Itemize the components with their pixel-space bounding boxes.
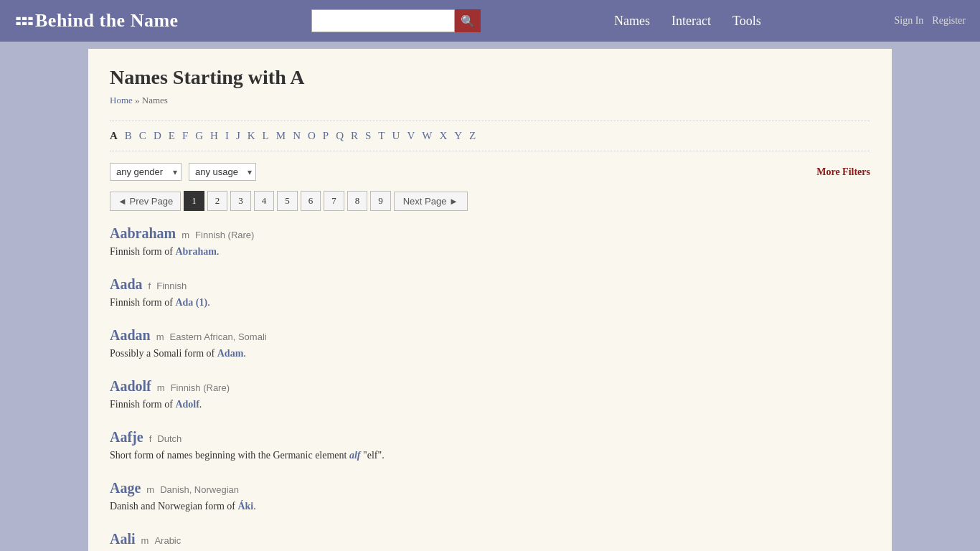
name-entry: AadafFinnishFinnish form of Ada (1). bbox=[110, 276, 870, 313]
name-link[interactable]: Adam bbox=[217, 348, 244, 359]
alpha-p[interactable]: P bbox=[323, 130, 329, 142]
page-button-6[interactable]: 6 bbox=[301, 191, 321, 211]
names-list: AabrahammFinnish (Rare)Finnish form of A… bbox=[110, 225, 870, 551]
gender-select-wrapper: any gender bbox=[110, 163, 182, 181]
name-usage: Finnish bbox=[156, 281, 187, 291]
page-button-7[interactable]: 7 bbox=[324, 191, 344, 211]
alpha-f[interactable]: F bbox=[182, 130, 188, 142]
pagination: ◄ Prev Page 123456789Next Page ► bbox=[110, 191, 870, 211]
search-button[interactable]: 🔍 bbox=[455, 9, 481, 32]
name-entry: AalimArabicMeans "high, lofty, sublime" … bbox=[110, 531, 870, 551]
name-header: AadanmEastern African, Somali bbox=[110, 327, 870, 344]
name-desc: Finnish form of Ada (1). bbox=[110, 295, 870, 310]
name-title[interactable]: Aada bbox=[110, 276, 143, 293]
alpha-g[interactable]: G bbox=[195, 130, 203, 142]
nav-interact[interactable]: Interact bbox=[672, 14, 711, 29]
page-button-4[interactable]: 4 bbox=[254, 191, 275, 211]
name-link[interactable]: Abraham bbox=[175, 246, 217, 257]
name-title[interactable]: Aafje bbox=[110, 429, 143, 446]
name-usage: Finnish (Rare) bbox=[171, 382, 230, 393]
name-title[interactable]: Aabraham bbox=[110, 225, 176, 242]
name-entry: AafjefDutchShort form of names beginning… bbox=[110, 429, 870, 466]
name-header: AagemDanish, Norwegian bbox=[110, 480, 870, 496]
alpha-y[interactable]: Y bbox=[454, 130, 462, 142]
alpha-w[interactable]: W bbox=[422, 130, 432, 142]
alpha-b[interactable]: B bbox=[125, 130, 132, 142]
more-filters-link[interactable]: More Filters bbox=[816, 166, 870, 178]
header: 𝌅 Behind the Name 🔍 Names Interact Tools… bbox=[0, 0, 980, 42]
name-gender: m bbox=[146, 484, 154, 495]
filters-row: any gender any usage More Filters bbox=[110, 163, 870, 181]
alpha-z[interactable]: Z bbox=[469, 130, 476, 142]
name-entry: AagemDanish, NorwegianDanish and Norwegi… bbox=[110, 480, 870, 517]
search-input[interactable] bbox=[311, 9, 455, 32]
content-box: Names Starting with A Home » Names ABCDE… bbox=[88, 49, 892, 551]
name-usage: Danish, Norwegian bbox=[160, 484, 239, 495]
name-entry: AadolfmFinnish (Rare)Finnish form of Ado… bbox=[110, 378, 870, 415]
name-desc: Possibly a Somali form of Adam. bbox=[110, 346, 870, 361]
prev-page-button[interactable]: ◄ Prev Page bbox=[110, 192, 181, 211]
page-title: Names Starting with A bbox=[110, 66, 870, 89]
alpha-h[interactable]: H bbox=[210, 130, 218, 142]
name-usage: Arabic bbox=[154, 535, 181, 546]
alpha-c[interactable]: C bbox=[139, 130, 146, 142]
search-area: 🔍 bbox=[311, 9, 481, 32]
alpha-t[interactable]: T bbox=[378, 130, 385, 142]
name-usage: Finnish (Rare) bbox=[195, 230, 254, 240]
alphabet-nav: ABCDEFGHIJKLMNOPQRSTUVWXYZ bbox=[110, 121, 870, 151]
alpha-l[interactable]: L bbox=[263, 130, 269, 142]
name-link[interactable]: Ada (1) bbox=[175, 297, 207, 308]
auth-links: Sign In Register bbox=[894, 15, 966, 27]
name-usage: Dutch bbox=[157, 433, 182, 444]
name-title[interactable]: Aali bbox=[110, 531, 136, 547]
alpha-m[interactable]: M bbox=[276, 130, 286, 142]
name-link[interactable]: Áki bbox=[237, 501, 253, 512]
alpha-x[interactable]: X bbox=[439, 130, 447, 142]
name-desc: Danish and Norwegian form of Áki. bbox=[110, 499, 870, 514]
alpha-k[interactable]: K bbox=[248, 130, 255, 142]
page-button-5[interactable]: 5 bbox=[277, 191, 298, 211]
sign-in-link[interactable]: Sign In bbox=[894, 15, 923, 27]
page-button-3[interactable]: 3 bbox=[230, 191, 251, 211]
alpha-o[interactable]: O bbox=[308, 130, 316, 142]
name-gender: m bbox=[157, 382, 165, 393]
name-header: AalimArabic bbox=[110, 531, 870, 547]
page-button-2[interactable]: 2 bbox=[207, 191, 228, 211]
usage-select[interactable]: any usage bbox=[189, 163, 256, 181]
main-wrapper: Names Starting with A Home » Names ABCDE… bbox=[81, 49, 899, 551]
gender-select[interactable]: any gender bbox=[110, 163, 182, 181]
breadcrumb-home[interactable]: Home bbox=[110, 95, 133, 105]
page-button-9[interactable]: 9 bbox=[370, 191, 391, 211]
alpha-r[interactable]: R bbox=[351, 130, 358, 142]
usage-select-wrapper: any usage bbox=[189, 163, 256, 181]
alpha-n[interactable]: N bbox=[293, 130, 301, 142]
alpha-i[interactable]: I bbox=[225, 130, 229, 142]
alpha-q[interactable]: Q bbox=[336, 130, 344, 142]
alpha-v[interactable]: V bbox=[407, 130, 415, 142]
logo[interactable]: 𝌅 Behind the Name bbox=[14, 9, 179, 34]
register-link[interactable]: Register bbox=[932, 15, 966, 27]
name-title[interactable]: Aage bbox=[110, 480, 141, 496]
nav-tools[interactable]: Tools bbox=[732, 14, 761, 29]
name-gender: m bbox=[182, 230, 189, 240]
alpha-d[interactable]: D bbox=[154, 130, 161, 142]
page-button-1[interactable]: 1 bbox=[184, 191, 204, 211]
alpha-a[interactable]: A bbox=[110, 130, 118, 142]
name-desc: Short form of names beginning with the G… bbox=[110, 448, 870, 463]
alpha-s[interactable]: S bbox=[365, 130, 371, 142]
name-title[interactable]: Aadolf bbox=[110, 378, 151, 395]
main-nav: Names Interact Tools bbox=[614, 14, 761, 29]
nav-names[interactable]: Names bbox=[614, 14, 650, 29]
alpha-j[interactable]: J bbox=[236, 130, 240, 142]
name-link[interactable]: alf bbox=[349, 450, 361, 461]
logo-text: Behind the Name bbox=[35, 10, 179, 32]
name-header: AabrahammFinnish (Rare) bbox=[110, 225, 870, 242]
page-button-8[interactable]: 8 bbox=[347, 191, 368, 211]
alpha-u[interactable]: U bbox=[392, 130, 400, 142]
name-link[interactable]: Adolf bbox=[175, 399, 199, 410]
next-page-button[interactable]: Next Page ► bbox=[394, 192, 468, 211]
alpha-e[interactable]: E bbox=[169, 130, 175, 142]
name-title[interactable]: Aadan bbox=[110, 327, 151, 344]
name-usage: Eastern African, Somali bbox=[170, 331, 267, 342]
name-gender: m bbox=[141, 535, 149, 546]
